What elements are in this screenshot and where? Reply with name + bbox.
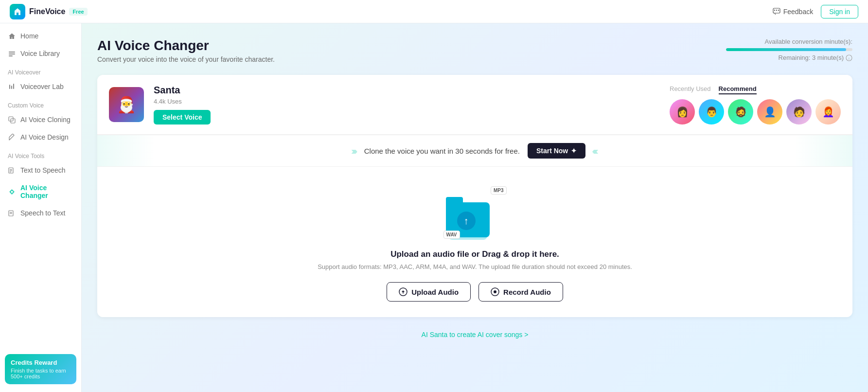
design-icon xyxy=(8,133,16,141)
svg-rect-7 xyxy=(9,55,13,56)
voice-info: Santa 4.4k Uses Select Voice xyxy=(154,85,660,125)
tts-icon xyxy=(8,166,16,174)
stt-icon xyxy=(8,209,16,217)
page-subtitle: Convert your voice into the voice of you… xyxy=(97,55,275,63)
main-content: AI Voice Changer Convert your voice into… xyxy=(82,23,868,392)
feedback-icon xyxy=(773,8,780,16)
select-voice-button[interactable]: Select Voice xyxy=(154,110,211,125)
recent-avatar-4[interactable]: 👤 xyxy=(757,99,782,125)
upload-icon xyxy=(399,287,407,296)
credits-desc: Finish the tasks to earn 500+ credits xyxy=(11,368,71,379)
folder-front-tab xyxy=(446,197,463,203)
voice-avatar: 🎅 xyxy=(109,87,144,122)
topnav-right: Feedback Sign in xyxy=(773,5,858,18)
tab-recommend[interactable]: Recommend xyxy=(719,85,757,94)
upload-arrow-circle: ↑ xyxy=(457,212,476,230)
recent-avatars: 👩 👨 🧔 👤 🧑 xyxy=(670,99,841,125)
wav-badge: WAV xyxy=(443,231,460,239)
svg-rect-15 xyxy=(10,170,12,171)
sidebar-label-ai-voice-design: AI Voice Design xyxy=(20,133,69,141)
sidebar-item-speech-to-text[interactable]: Speech to Text xyxy=(0,204,81,222)
sidebar-section-ai-voiceover: AI Voiceover xyxy=(0,62,81,78)
voice-uses: 4.4k Uses xyxy=(154,98,660,105)
free-badge: Free xyxy=(69,8,87,16)
conversion-bar xyxy=(726,48,852,51)
sidebar-label-text-to-speech: Text to Speech xyxy=(20,166,66,174)
recent-avatar-3[interactable]: 🧔 xyxy=(728,99,753,125)
upload-audio-button[interactable]: Upload Audio xyxy=(387,282,471,302)
upload-icon-area: ↑ MP3 WAV xyxy=(443,186,507,240)
voice-avatar-img: 🎅 xyxy=(109,87,144,122)
svg-rect-4 xyxy=(778,10,779,11)
upload-section: ↑ MP3 WAV Upload an audio file or Drag &… xyxy=(97,166,852,317)
recent-avatar-5[interactable]: 🧑 xyxy=(786,99,812,125)
sidebar-item-ai-voice-cloning[interactable]: AI Voice Cloning xyxy=(0,111,81,128)
upload-main-text: Upload an audio file or Drag & drop it h… xyxy=(109,249,841,259)
conversion-info: Available conversion minute(s): Remainin… xyxy=(726,38,852,61)
recent-avatar-6[interactable]: 👩‍🦰 xyxy=(815,99,841,125)
conversion-label: Available conversion minute(s): xyxy=(726,38,852,45)
start-now-button[interactable]: Start Now ✦ xyxy=(528,143,585,159)
clone-icon xyxy=(8,116,16,124)
recent-avatar-1[interactable]: 👩 xyxy=(670,99,695,125)
sidebar-section-label-ai-voiceover: AI Voiceover xyxy=(8,69,40,76)
sidebar-section-custom-voice: Custom Voice xyxy=(0,95,81,111)
voiceover-lab-icon xyxy=(8,83,16,90)
voice-recent-area: Recently Used Recommend 👩 👨 🧔 xyxy=(670,85,841,125)
sidebar-label-ai-voice-changer: AI Voice Changer xyxy=(20,184,73,199)
sidebar-label-home: Home xyxy=(20,32,38,40)
voice-name: Santa xyxy=(154,85,660,96)
sidebar-label-ai-voice-cloning: AI Voice Cloning xyxy=(20,116,71,124)
tab-recently-used[interactable]: Recently Used xyxy=(670,85,711,94)
svg-rect-8 xyxy=(9,85,10,89)
app-logo-icon xyxy=(10,4,25,19)
credits-reward-card[interactable]: Credits Reward Finish the tasks to earn … xyxy=(5,354,76,384)
upload-sub-text: Support audio formats: MP3, AAC, ARM, M4… xyxy=(109,263,841,270)
svg-rect-5 xyxy=(9,52,15,53)
svg-rect-20 xyxy=(10,213,12,214)
plus-icon: ✦ xyxy=(571,147,577,155)
upload-buttons: Upload Audio Record Audio xyxy=(109,282,841,302)
record-audio-button[interactable]: Record Audio xyxy=(478,282,563,302)
recent-tabs-area: Recently Used Recommend 👩 👨 🧔 xyxy=(670,85,841,125)
logo-area: FineVoice Free xyxy=(10,4,88,19)
sidebar-item-ai-voice-design[interactable]: AI Voice Design xyxy=(0,128,81,146)
library-icon xyxy=(8,50,16,57)
main-layout: Home Voice Library AI Voiceover Voiceove… xyxy=(0,23,868,392)
info-icon: i xyxy=(846,54,852,61)
bottom-link[interactable]: AI Santa to create AI cover songs > xyxy=(97,323,852,346)
recent-tabs: Recently Used Recommend xyxy=(670,85,841,94)
recent-avatar-2[interactable]: 👨 xyxy=(699,99,724,125)
svg-text:i: i xyxy=(849,56,850,61)
svg-rect-16 xyxy=(10,172,11,172)
conversion-fill xyxy=(726,48,846,51)
top-navbar: FineVoice Free Feedback Sign in xyxy=(0,0,868,23)
mp3-badge: MP3 xyxy=(491,186,507,195)
svg-rect-9 xyxy=(11,86,12,89)
sidebar-item-ai-voice-changer[interactable]: AI Voice Changer xyxy=(0,179,81,204)
voice-main-card: 🎅 Santa 4.4k Uses Select Voice Recently … xyxy=(97,75,852,317)
sidebar-label-voiceover-lab: Voiceover Lab xyxy=(20,83,64,90)
feedback-label: Feedback xyxy=(783,8,813,16)
sidebar-item-voiceover-lab[interactable]: Voiceover Lab xyxy=(0,78,81,95)
sidebar-section-label-custom-voice: Custom Voice xyxy=(8,102,44,109)
remaining-time: Remaining: 3 minute(s) i xyxy=(726,54,852,61)
signin-button[interactable]: Sign in xyxy=(821,5,858,18)
clone-banner: › › › › › › Clone the voice you want in … xyxy=(97,135,852,166)
page-title: AI Voice Changer xyxy=(97,38,275,53)
record-icon xyxy=(491,287,499,296)
page-header: AI Voice Changer Convert your voice into… xyxy=(97,38,852,63)
svg-point-17 xyxy=(10,190,13,193)
voice-card: 🎅 Santa 4.4k Uses Select Voice Recently … xyxy=(97,75,852,135)
sidebar-item-text-to-speech[interactable]: Text to Speech xyxy=(0,161,81,179)
feedback-button[interactable]: Feedback xyxy=(773,8,813,16)
sidebar-item-home[interactable]: Home xyxy=(0,27,81,45)
svg-rect-14 xyxy=(10,169,12,170)
sidebar-item-voice-library[interactable]: Voice Library xyxy=(0,45,81,62)
svg-rect-3 xyxy=(776,10,777,11)
sidebar-section-label-ai-voice-tools: AI Voice Tools xyxy=(8,153,44,160)
svg-rect-2 xyxy=(774,10,775,11)
page-title-area: AI Voice Changer Convert your voice into… xyxy=(97,38,275,63)
svg-rect-19 xyxy=(10,212,12,213)
sidebar-label-speech-to-text: Speech to Text xyxy=(20,209,65,217)
